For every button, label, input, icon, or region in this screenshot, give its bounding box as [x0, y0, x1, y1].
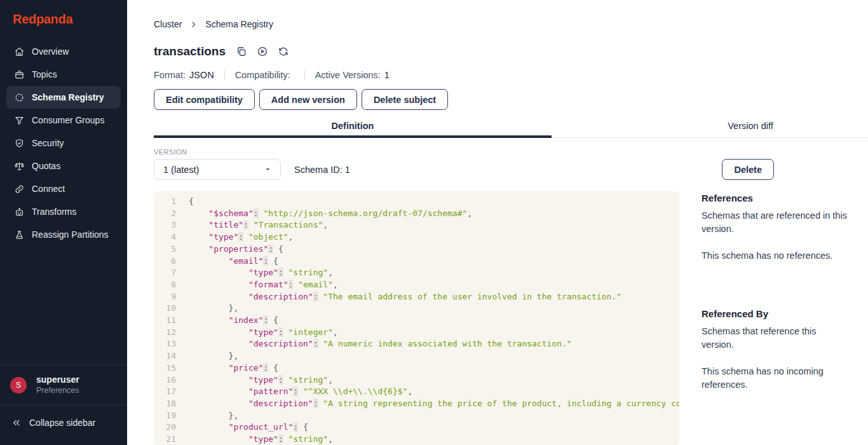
line-number: 12 [154, 327, 176, 339]
sidebar-item-label: Security [32, 138, 64, 148]
version-selected-value: 1 (latest) [163, 165, 199, 175]
code-text: "type": "string", [176, 267, 333, 279]
subject-meta: Format: JSON Compatibility: Active Versi… [154, 69, 868, 81]
code-line: 3 "title": "Transactions", [154, 219, 679, 231]
home-icon [14, 46, 25, 57]
code-text: "format": "email", [176, 279, 338, 291]
breadcrumb-schema-registry[interactable]: Schema Registry [205, 19, 273, 29]
avatar: S [10, 377, 27, 394]
line-number: 13 [154, 338, 176, 350]
code-text: "description": "A string representing th… [176, 398, 679, 410]
referenced-by-description: version. [702, 338, 868, 352]
delete-subject-button[interactable]: Delete subject [362, 89, 448, 110]
code-text: "index": { [176, 315, 278, 327]
delete-version-button[interactable]: Delete [722, 159, 774, 180]
double-chevron-left-icon [11, 418, 22, 428]
edit-compatibility-button[interactable]: Edit compatibility [154, 89, 255, 110]
line-number: 16 [154, 374, 176, 387]
breadcrumb-cluster[interactable]: Cluster [154, 19, 182, 29]
format-label: Format: [154, 70, 186, 80]
user-menu[interactable]: S superuser Preferences [0, 364, 127, 406]
code-text: "price": { [176, 362, 278, 374]
redpanda-logo[interactable]: Redpanda [0, 0, 127, 28]
action-buttons: Edit compatibility Add new version Delet… [154, 89, 868, 110]
line-number: 9 [154, 291, 176, 303]
user-name: superuser [36, 374, 79, 385]
sidebar: Redpanda Overview Topics Schema Registry… [0, 0, 127, 445]
code-text: }, [176, 410, 238, 422]
sidebar-item-security[interactable]: Security [6, 132, 121, 154]
code-text: "description": "The email address of the… [176, 291, 621, 303]
version-bar: 1 (latest) Schema ID: 1 Delete [154, 159, 774, 180]
sidebar-item-quotas[interactable]: Quotas [6, 154, 121, 177]
referenced-by-empty-note: references. [702, 378, 868, 392]
version-label: VERSION [154, 148, 868, 156]
references-description: Schemas that are referenced in this [702, 209, 868, 222]
preferences-link[interactable]: Preferences [36, 385, 79, 396]
code-text: "pattern": "^XXX \\d+\\.\\d{6}$", [176, 386, 412, 398]
references-empty-note: This schema has no references. [702, 249, 868, 263]
line-number: 2 [154, 208, 176, 220]
code-text: "description": "A numeric index associat… [176, 338, 572, 350]
code-line: 18 "description": "A string representing… [154, 398, 679, 410]
sidebar-item-overview[interactable]: Overview [6, 40, 121, 63]
line-number: 21 [154, 434, 176, 445]
caret-down-icon [264, 166, 271, 173]
code-text: }, [176, 303, 238, 315]
sidebar-item-consumer-groups[interactable]: Consumer Groups [6, 109, 121, 132]
sidebar-item-topics[interactable]: Topics [6, 63, 121, 86]
code-text: "type": "string", [176, 374, 333, 387]
refresh-button[interactable] [278, 46, 289, 57]
code-line: 12 "type": "integer", [154, 327, 679, 339]
logo-text: Redpanda [13, 12, 72, 26]
tab-definition[interactable]: Definition [154, 119, 552, 138]
collapse-sidebar-button[interactable]: Collapse sidebar [0, 406, 127, 445]
tab-version-diff[interactable]: Version diff [552, 119, 868, 138]
sidebar-item-label: Overview [32, 46, 69, 57]
funnel-icon [14, 115, 25, 126]
compatibility-label: Compatibility: [235, 70, 290, 80]
schema-id: Schema ID: 1 [294, 165, 350, 175]
line-number: 11 [154, 315, 176, 327]
referenced-by-section: Referenced By Schemas that reference thi… [702, 307, 868, 392]
code-text: "type": "object", [176, 231, 293, 243]
avatar-initial: S [16, 381, 21, 390]
scales-icon [14, 161, 25, 172]
play-circle-icon [257, 46, 268, 57]
line-number: 10 [154, 303, 176, 315]
sidebar-item-label: Reassign Partitions [32, 229, 109, 240]
sidebar-item-connect[interactable]: Connect [6, 177, 121, 200]
line-number: 20 [154, 421, 176, 434]
code-line: 11 "index": { [154, 315, 679, 327]
version-select[interactable]: 1 (latest) [154, 159, 281, 180]
play-button[interactable] [257, 46, 268, 57]
code-editor[interactable]: 1{2 "$schema": "http://json-schema.org/d… [154, 191, 679, 445]
format-value: JSON [189, 70, 214, 80]
sidebar-item-reassign-partitions[interactable]: Reassign Partitions [6, 223, 121, 246]
references-heading: References [702, 191, 868, 205]
refresh-icon [278, 46, 289, 57]
code-line: 5 "properties": { [154, 243, 679, 256]
sidebar-item-schema-registry[interactable]: Schema Registry [6, 86, 121, 109]
copy-icon [236, 46, 247, 57]
line-number: 3 [154, 219, 176, 231]
line-number: 19 [154, 410, 176, 422]
code-line: 19 }, [154, 410, 679, 422]
sidebar-nav: Overview Topics Schema Registry Consumer… [0, 40, 127, 246]
add-new-version-button[interactable]: Add new version [259, 89, 357, 110]
references-panel: References Schemas that are referenced i… [702, 191, 868, 392]
active-versions-label: Active Versions: [315, 70, 381, 80]
code-line: 4 "type": "object", [154, 231, 679, 243]
copy-button[interactable] [236, 46, 247, 57]
code-text: "type": "string", [176, 434, 333, 445]
code-line: 16 "type": "string", [154, 374, 679, 387]
code-text: "title": "Transactions", [176, 219, 328, 231]
line-number: 14 [154, 350, 176, 362]
box-icon [14, 69, 25, 80]
code-text: "type": "integer", [176, 327, 338, 339]
sidebar-item-label: Transforms [32, 207, 76, 217]
sidebar-item-label: Connect [32, 184, 65, 194]
sidebar-item-transforms[interactable]: Transforms [6, 200, 121, 223]
code-line: 10 }, [154, 303, 679, 315]
code-text: }, [176, 350, 238, 362]
